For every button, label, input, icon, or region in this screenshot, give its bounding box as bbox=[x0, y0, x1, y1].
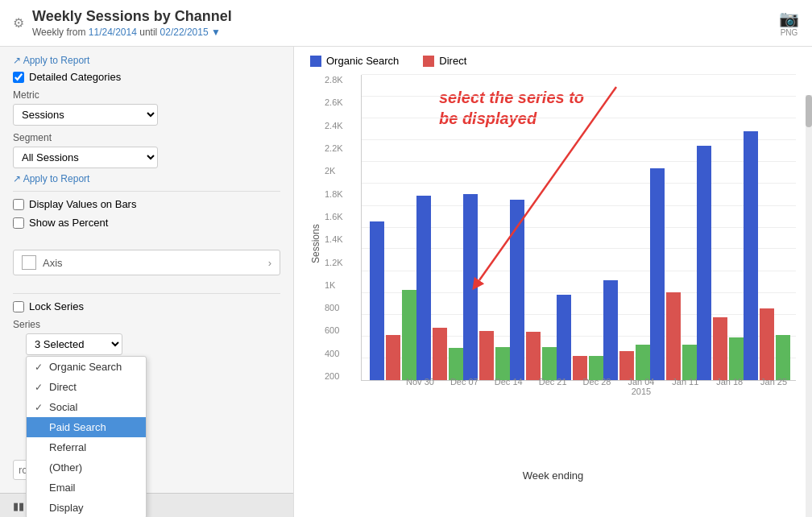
bar-red bbox=[479, 331, 494, 380]
gear-icon[interactable]: ⚙ bbox=[13, 15, 24, 31]
dropdown-item-label: Display bbox=[49, 502, 84, 514]
bar-green bbox=[729, 337, 744, 380]
detailed-categories-row: Detailed Categories bbox=[13, 71, 280, 83]
series-dropdown-menu: ✓ Organic Search ✓ Direct ✓ Social Paid … bbox=[26, 356, 147, 517]
dropdown-item-referral[interactable]: Referral bbox=[27, 437, 146, 457]
chevron-down-icon[interactable]: ▼ bbox=[211, 27, 221, 38]
y-label: 600 bbox=[325, 325, 357, 335]
lock-series-label: Lock Series bbox=[29, 300, 84, 312]
segment-label: Segment bbox=[13, 132, 280, 143]
bar-blue bbox=[650, 168, 665, 380]
dropdown-item-paid-search[interactable]: Paid Search bbox=[27, 417, 146, 437]
legend: Organic Search Direct bbox=[310, 55, 796, 67]
dropdown-item-label: Organic Search bbox=[49, 361, 122, 373]
metric-select[interactable]: Sessions bbox=[13, 104, 158, 126]
bars-container bbox=[362, 75, 796, 380]
legend-direct-label: Direct bbox=[439, 55, 466, 67]
bar-green bbox=[776, 335, 790, 380]
dropdown-item-display[interactable]: Display bbox=[27, 498, 146, 517]
bar-red bbox=[433, 328, 447, 380]
camera-icon[interactable]: 📷 bbox=[779, 9, 799, 28]
bar-red bbox=[713, 317, 727, 380]
y-label: 2.6K bbox=[325, 97, 357, 107]
y-label: 1.4K bbox=[325, 234, 357, 244]
dropdown-item-email[interactable]: Email bbox=[27, 478, 146, 498]
lock-series-row: Lock Series bbox=[13, 300, 280, 312]
date-until[interactable]: 02/22/2015 bbox=[160, 27, 209, 38]
detailed-categories-checkbox[interactable] bbox=[13, 72, 24, 83]
right-scrollbar[interactable] bbox=[806, 95, 812, 517]
axis-icon bbox=[22, 255, 36, 270]
bar-red bbox=[386, 335, 400, 380]
legend-red-swatch bbox=[423, 56, 434, 67]
y-label: 1.6K bbox=[325, 212, 357, 221]
bar-group bbox=[463, 194, 510, 380]
y-axis-label: Sessions bbox=[310, 83, 321, 405]
bar-group bbox=[370, 221, 416, 380]
date-range: Weekly from 11/24/2014 until 02/22/2015 … bbox=[32, 27, 232, 38]
check-icon: ✓ bbox=[35, 362, 44, 373]
legend-blue-swatch bbox=[310, 56, 321, 67]
axis-chevron-icon: › bbox=[268, 257, 271, 269]
display-values-row: Display Values on Bars bbox=[13, 198, 280, 210]
apply-to-report-link-1[interactable]: Apply to Report bbox=[13, 55, 280, 66]
check-icon: ✓ bbox=[35, 402, 44, 413]
dropdown-item-label: Paid Search bbox=[49, 421, 106, 433]
display-values-checkbox[interactable] bbox=[13, 199, 24, 210]
x-label: Dec 07 bbox=[442, 377, 487, 396]
x-label: Nov 30 bbox=[398, 377, 442, 396]
dropdown-item-label: Email bbox=[49, 482, 76, 494]
y-label: 200 bbox=[325, 371, 357, 381]
date-from[interactable]: 11/24/2014 bbox=[89, 27, 137, 38]
bar-blue bbox=[463, 194, 478, 380]
axis-label: Axis bbox=[43, 257, 63, 269]
x-label: Dec 28 bbox=[575, 377, 619, 396]
bar-blue bbox=[370, 221, 384, 380]
show-percent-checkbox[interactable] bbox=[13, 217, 24, 229]
y-label: 2.8K bbox=[325, 75, 357, 85]
bar-group bbox=[416, 196, 463, 380]
bar-blue bbox=[697, 146, 711, 380]
y-label: 2.2K bbox=[325, 143, 357, 153]
left-panel: Apply to Report Detailed Categories Metr… bbox=[0, 47, 294, 517]
bar-chart-icon: ▮▮ bbox=[13, 500, 24, 512]
x-label: Dec 14 bbox=[487, 377, 531, 396]
segment-select[interactable]: All Sessions bbox=[13, 147, 158, 168]
y-label: 1.8K bbox=[325, 189, 357, 199]
y-label: 1K bbox=[325, 280, 357, 290]
x-label: Jan 25 bbox=[752, 377, 796, 396]
metric-label: Metric bbox=[13, 89, 280, 101]
y-label: 2K bbox=[325, 166, 357, 176]
bar-red bbox=[526, 332, 541, 380]
dropdown-item-label: Social bbox=[49, 401, 77, 413]
chart-bars-area: Nov 30 Dec 07 Dec 14 Dec 21 Dec 28 Jan 0… bbox=[361, 75, 796, 381]
dropdown-item-organic-search[interactable]: ✓ Organic Search bbox=[27, 357, 146, 377]
axis-row[interactable]: Axis › bbox=[13, 250, 280, 275]
bar-green bbox=[402, 290, 416, 380]
apply-to-report-link-2[interactable]: Apply to Report bbox=[13, 173, 280, 184]
series-select[interactable]: 3 Selected bbox=[26, 333, 122, 355]
bar-group bbox=[510, 200, 557, 380]
chart-inner: 200 400 600 800 1K 1.2K 1.4K 1.6K 1.8K 2… bbox=[325, 75, 796, 445]
show-percent-row: Show as Percent bbox=[13, 217, 280, 229]
chart-wrapper: Sessions 200 400 600 800 1K 1.2K 1.4K 1.… bbox=[310, 75, 796, 445]
scrollbar-thumb[interactable] bbox=[806, 95, 812, 127]
bar-blue bbox=[744, 131, 758, 380]
lock-series-checkbox[interactable] bbox=[13, 301, 24, 312]
chart-area: Organic Search Direct select the series … bbox=[294, 47, 812, 517]
legend-organic-label: Organic Search bbox=[326, 55, 399, 67]
bar-green bbox=[542, 347, 557, 380]
dropdown-item-direct[interactable]: ✓ Direct bbox=[27, 377, 146, 397]
bar-blue bbox=[416, 196, 431, 380]
x-labels: Nov 30 Dec 07 Dec 14 Dec 21 Dec 28 Jan 0… bbox=[398, 377, 796, 396]
x-label: Dec 21 bbox=[531, 377, 575, 396]
main-layout: Apply to Report Detailed Categories Metr… bbox=[0, 47, 812, 517]
bar-group bbox=[744, 131, 790, 380]
bar-green bbox=[449, 348, 463, 380]
date-from-label: from bbox=[66, 27, 88, 38]
check-icon: ✓ bbox=[35, 382, 44, 393]
dropdown-item-social[interactable]: ✓ Social bbox=[27, 397, 146, 417]
dropdown-item-other[interactable]: (Other) bbox=[27, 457, 146, 478]
show-percent-label: Show as Percent bbox=[29, 217, 108, 229]
page-title: Weekly Sessions by Channel bbox=[32, 8, 232, 25]
